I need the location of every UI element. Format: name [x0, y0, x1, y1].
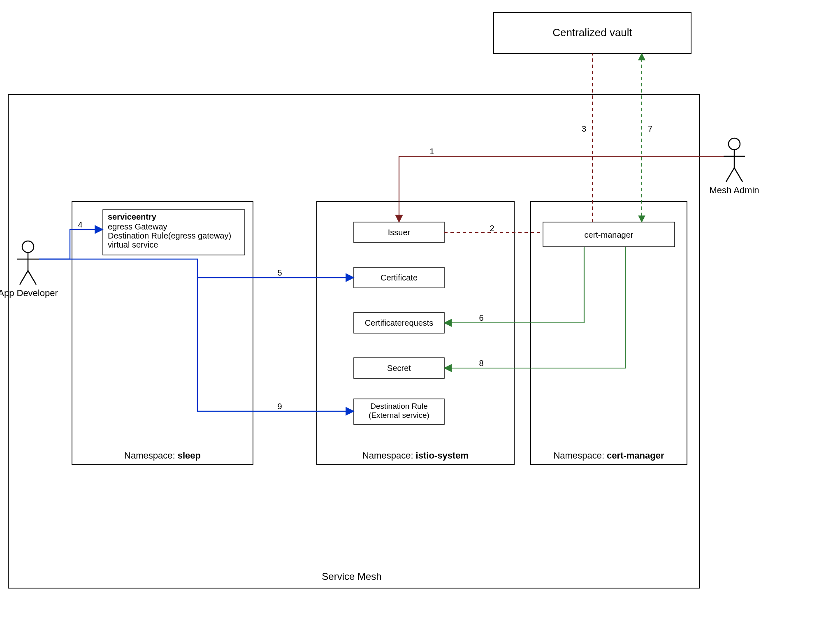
- secret-label: Secret: [387, 364, 411, 373]
- edge-3-label: 3: [582, 124, 586, 133]
- edge-6-label: 6: [479, 313, 483, 322]
- diagram-canvas: Centralized vault Service Mesh Mesh Admi…: [0, 0, 840, 621]
- ns-istio-caption-prefix: Namespace:: [362, 450, 416, 461]
- serviceentry-box: serviceentry egress Gateway Destination …: [103, 210, 245, 255]
- serviceentry-line-c: virtual service: [108, 240, 158, 249]
- centralized-vault-box: Centralized vault: [494, 12, 691, 53]
- certificate-label: Certificate: [381, 273, 418, 282]
- ns-sleep-caption-prefix: Namespace:: [124, 450, 178, 461]
- serviceentry-line-a: egress Gateway: [108, 222, 167, 231]
- certreq-label: Certificaterequests: [365, 318, 434, 327]
- centralized-vault-label: Centralized vault: [552, 26, 632, 39]
- mesh-admin-actor: Mesh Admin: [709, 138, 759, 195]
- namespace-cert-manager: Namespace: cert-manager cert-manager: [531, 202, 687, 465]
- destinationrule-ext-line2: (External service): [369, 411, 429, 419]
- edge-9-label: 9: [277, 402, 282, 411]
- ns-cm-caption-prefix: Namespace:: [553, 450, 607, 461]
- svg-point-2: [729, 138, 740, 150]
- serviceentry-title: serviceentry: [108, 212, 157, 221]
- namespace-istio-system: Namespace: istio-system Issuer Certifica…: [317, 202, 514, 465]
- edge-1-label: 1: [429, 147, 434, 156]
- edge-4-label: 4: [78, 220, 82, 229]
- destinationrule-ext-line1: Destination Rule: [370, 402, 427, 410]
- ns-sleep-caption-name: sleep: [178, 450, 201, 461]
- svg-text:Namespace: cert-manager: Namespace: cert-manager: [553, 450, 664, 461]
- svg-text:Namespace: sleep: Namespace: sleep: [124, 450, 201, 461]
- edge-7-label: 7: [648, 124, 652, 133]
- edge-8-label: 8: [479, 359, 483, 368]
- edge-2-label: 2: [490, 224, 494, 233]
- app-developer-label: App Developer: [0, 288, 58, 298]
- edge-5-label: 5: [277, 268, 282, 277]
- issuer-label: Issuer: [388, 228, 411, 237]
- svg-line-5: [726, 168, 734, 182]
- serviceentry-line-b: Destination Rule(egress gateway): [108, 231, 231, 240]
- ns-istio-caption-name: istio-system: [416, 450, 469, 461]
- mesh-admin-label: Mesh Admin: [709, 185, 759, 195]
- certmanager-label: cert-manager: [585, 230, 633, 239]
- namespace-sleep: Namespace: sleep serviceentry egress Gat…: [72, 202, 253, 465]
- svg-line-6: [734, 168, 743, 182]
- svg-text:Namespace: istio-system: Namespace: istio-system: [362, 450, 469, 461]
- ns-cm-caption-name: cert-manager: [607, 450, 664, 461]
- service-mesh-label: Service Mesh: [322, 571, 381, 582]
